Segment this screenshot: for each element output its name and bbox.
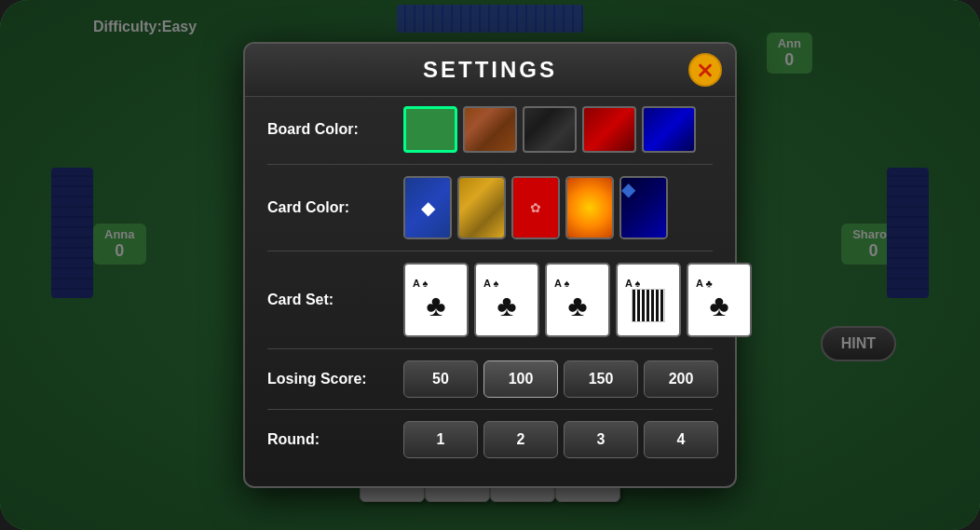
card-set-3[interactable]: A ♠ ♣	[545, 263, 610, 337]
round-4[interactable]: 4	[644, 421, 718, 458]
losing-score-50[interactable]: 50	[403, 360, 478, 398]
card-set-4[interactable]: A ♠	[616, 263, 681, 337]
card-back-gold-preview	[459, 178, 504, 238]
round-options: 1 2 3 4	[403, 421, 718, 458]
losing-score-options: 50 100 150 200	[403, 360, 718, 398]
losing-score-row: Losing Score: 50 100 150 200	[245, 351, 735, 407]
game-background: Difficulty:Easy Ann 0 Anna 0 Sharon 0 10…	[0, 0, 980, 530]
board-color-red[interactable]	[582, 106, 636, 153]
divider-3	[267, 348, 713, 349]
round-1[interactable]: 1	[403, 421, 478, 458]
divider-2	[267, 251, 713, 251]
card-color-label: Card Color:	[267, 199, 388, 216]
board-color-dark[interactable]	[523, 106, 577, 153]
round-3[interactable]: 3	[564, 421, 638, 458]
settings-modal: SETTINGS Board Color:	[243, 42, 737, 488]
divider-4	[267, 409, 713, 410]
losing-score-100[interactable]: 100	[483, 360, 558, 398]
card-color-options: ◆ ✿	[403, 176, 668, 239]
card-set-label: Card Set:	[267, 292, 388, 308]
losing-score-label: Losing Score:	[267, 371, 388, 387]
board-color-label: Board Color:	[267, 121, 388, 138]
settings-title: SETTINGS	[264, 57, 716, 83]
card-back-darkblue-preview: ◆	[621, 178, 666, 238]
card-color-3[interactable]: ✿	[511, 176, 560, 239]
card-set-options: A ♠ ♣ A ♠ ♣ A ♠ ♣	[403, 263, 752, 337]
card-color-4[interactable]	[565, 176, 614, 239]
losing-score-150[interactable]: 150	[564, 360, 638, 398]
board-color-green[interactable]	[403, 106, 457, 153]
card-set-2[interactable]: A ♠ ♣	[474, 263, 539, 337]
close-button[interactable]	[688, 53, 722, 87]
round-row: Round: 1 2 3 4	[245, 412, 735, 468]
round-2[interactable]: 2	[483, 421, 558, 458]
card-back-orange-preview	[567, 178, 612, 238]
board-color-blue[interactable]	[642, 106, 696, 153]
losing-score-200[interactable]: 200	[644, 360, 718, 398]
modal-overlay: SETTINGS Board Color:	[0, 0, 980, 530]
divider-1	[267, 164, 713, 165]
card-back-blue-preview: ◆	[405, 178, 450, 238]
card-set-5[interactable]: A ♣ ♣	[687, 263, 752, 337]
round-label: Round:	[267, 431, 388, 448]
card-color-5[interactable]: ◆	[619, 176, 668, 239]
board-color-row: Board Color:	[245, 97, 735, 162]
card-set-row: Card Set: A ♠ ♣ A ♠ ♣	[245, 253, 735, 347]
card-set-1[interactable]: A ♠ ♣	[403, 263, 469, 337]
modal-header: SETTINGS	[245, 44, 735, 97]
card-color-row: Card Color: ◆ ✿	[245, 167, 735, 249]
card-back-red-preview: ✿	[513, 178, 558, 238]
device-frame: Difficulty:Easy Ann 0 Anna 0 Sharon 0 10…	[0, 0, 980, 530]
board-color-wood[interactable]	[463, 106, 517, 153]
board-color-options	[403, 106, 696, 153]
card-color-1[interactable]: ◆	[403, 176, 452, 239]
card-color-2[interactable]	[457, 176, 506, 239]
